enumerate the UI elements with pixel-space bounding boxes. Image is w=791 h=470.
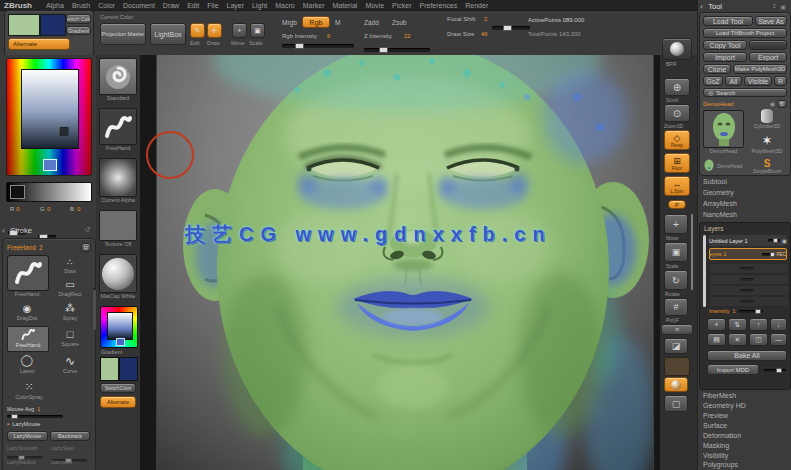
- tool-thumb-head2[interactable]: DemoHead: [703, 158, 744, 174]
- section-polygroups[interactable]: Polygroups: [703, 461, 738, 468]
- gradient-button[interactable]: Gradient: [66, 26, 91, 35]
- solo-button[interactable]: ▢: [664, 395, 688, 412]
- layer-row[interactable]: Untitled Layer 1 ◉: [709, 235, 787, 246]
- tool-thumb-polymesh[interactable]: ✶ PolyMesh3D: [747, 133, 787, 157]
- alternate-button-small[interactable]: Alternate: [100, 396, 136, 408]
- tool-config-icon[interactable]: ▣: [780, 3, 786, 10]
- draw-button[interactable]: ✛: [207, 23, 222, 38]
- pivot-button[interactable]: P: [668, 200, 686, 209]
- layer-row-empty[interactable]: [709, 296, 789, 307]
- lazymouse-section[interactable]: ▪ LazyMouse: [7, 421, 40, 427]
- section-visibility[interactable]: Visibility: [703, 452, 728, 459]
- m-toggle[interactable]: M: [335, 19, 340, 26]
- menu-draw[interactable]: Draw: [163, 2, 179, 9]
- floor-button[interactable]: ⊞ Floor: [664, 153, 690, 173]
- bpr-button[interactable]: [662, 38, 692, 60]
- load-tool-button[interactable]: Load Tool: [703, 16, 753, 26]
- clone-button[interactable]: Clone: [703, 64, 731, 74]
- menu-picker[interactable]: Picker: [392, 2, 411, 9]
- layer-split-button[interactable]: ▤: [707, 333, 726, 346]
- shelf-rotate-button[interactable]: ↻: [664, 270, 688, 290]
- persp-button[interactable]: ◇ Persp: [664, 130, 690, 150]
- scale-button[interactable]: ▣: [250, 23, 265, 38]
- current-tool-row[interactable]: DemoHead ◉ B: [703, 99, 787, 108]
- stroke-item[interactable]: ⁙ ColorSpray: [7, 379, 51, 403]
- tool-search-row[interactable]: ◎ Search: [703, 88, 787, 97]
- stroke-item[interactable]: ▭ DragRect: [50, 278, 90, 299]
- material-quick-button[interactable]: [664, 377, 688, 392]
- value-cursor[interactable]: [10, 185, 25, 199]
- menu-document[interactable]: Document: [123, 2, 155, 9]
- menu-light[interactable]: Light: [252, 2, 267, 9]
- stroke-item[interactable]: ⁂ Spray: [50, 301, 90, 323]
- xpose-button[interactable]: ≡: [661, 324, 693, 335]
- section-masking[interactable]: Masking: [703, 442, 729, 449]
- canvas-viewport[interactable]: 技艺CG www.gdnxxfb.cn: [140, 55, 660, 470]
- tool-palette-header[interactable]: ◐ Tool ≡ ▣: [700, 1, 788, 11]
- menu-alpha[interactable]: Alpha: [46, 2, 64, 9]
- current-brush-slot[interactable]: Standard: [99, 58, 137, 104]
- paste-tool-button[interactable]: [749, 40, 787, 50]
- section-deformation[interactable]: Deformation: [703, 432, 741, 439]
- menu-render[interactable]: Render: [465, 2, 488, 9]
- bake-all-button[interactable]: Bake All: [707, 350, 787, 361]
- layer-intensity-slider[interactable]: [739, 310, 763, 313]
- move-button[interactable]: +: [232, 23, 247, 38]
- layer-up-button[interactable]: ↑: [749, 318, 768, 331]
- export-button[interactable]: Export: [749, 52, 787, 62]
- layers-scrollbar[interactable]: [703, 235, 706, 307]
- layer-delete-button[interactable]: ✕: [728, 333, 747, 346]
- import-mdd-button[interactable]: Import MDD: [707, 364, 759, 375]
- zoom3d-button[interactable]: ⊙: [664, 104, 690, 122]
- z-intensity-slider[interactable]: [364, 48, 430, 52]
- menu-preferences[interactable]: Preferences: [420, 2, 458, 9]
- ghost-button[interactable]: [664, 357, 690, 376]
- load-tiltbrush-button[interactable]: Load TiltBrush Project: [703, 28, 787, 38]
- layer-merge-button[interactable]: ◫: [749, 333, 768, 346]
- rgb-intensity-slider[interactable]: [282, 44, 354, 48]
- layer-row-selected[interactable]: eyes 1 REC: [709, 248, 787, 260]
- goz-button[interactable]: GoZ: [703, 76, 723, 86]
- right-shelf-scrollbar[interactable]: [691, 214, 693, 290]
- tool-thumb-current[interactable]: DemoHead: [703, 110, 744, 156]
- rgb-toggle[interactable]: Rgb: [302, 16, 330, 28]
- value-bar[interactable]: [6, 182, 92, 202]
- menu-material[interactable]: Material: [332, 2, 357, 9]
- mdd-slider[interactable]: [764, 369, 786, 372]
- zadd-toggle[interactable]: Zadd: [364, 19, 379, 26]
- goz-visible-button[interactable]: Visible: [744, 76, 772, 86]
- save-as-button[interactable]: Save As: [755, 16, 787, 26]
- eye-icon[interactable]: ◉: [782, 237, 787, 244]
- mrgb-toggle[interactable]: Mrgb: [282, 19, 297, 26]
- stroke-item[interactable]: ◯ Lasso: [7, 353, 47, 377]
- sv-picker[interactable]: ▩: [21, 69, 79, 149]
- section-surface[interactable]: Surface: [703, 422, 727, 429]
- shelf-scale-button[interactable]: ▣: [664, 242, 688, 262]
- switch-color-button[interactable]: Switch Color: [66, 14, 91, 24]
- section-arraymesh[interactable]: ArrayMesh: [703, 200, 737, 207]
- edit-button[interactable]: ✎: [190, 23, 205, 38]
- lsym-button[interactable]: ↔ L.Sym: [664, 176, 690, 196]
- menu-macro[interactable]: Macro: [275, 2, 294, 9]
- switch-color-button-small[interactable]: SwitchColor: [100, 383, 136, 393]
- menu-file[interactable]: File: [207, 2, 218, 9]
- stroke-item[interactable]: ◉ DragDot: [7, 301, 47, 323]
- eye-icon[interactable]: ◉: [770, 100, 775, 107]
- current-material-slot[interactable]: MatCap White: [99, 254, 137, 302]
- menu-edit[interactable]: Edit: [187, 2, 199, 9]
- lightbox-button[interactable]: LightBox: [150, 23, 186, 45]
- left-shelf-scrollbar[interactable]: [93, 288, 96, 330]
- menu-layer[interactable]: Layer: [227, 2, 245, 9]
- current-stroke-slot[interactable]: FreeHand: [99, 108, 137, 154]
- section-geometry[interactable]: Geometry: [703, 189, 734, 196]
- layer-swap-button[interactable]: ⇅: [728, 318, 747, 331]
- section-preview[interactable]: Preview: [703, 412, 728, 419]
- main-color-swatch[interactable]: [8, 14, 40, 36]
- section-subtool[interactable]: Subtool: [703, 178, 727, 185]
- current-alpha-slot[interactable]: Current Alpha: [99, 158, 137, 206]
- tool-menu-icon[interactable]: ≡: [773, 3, 777, 9]
- stroke-palette-header[interactable]: ◐ Stroke ↺: [2, 224, 94, 236]
- transp-button[interactable]: ◪: [664, 338, 688, 354]
- layer-row-empty[interactable]: [709, 285, 789, 296]
- stroke-item[interactable]: □ Square: [50, 326, 90, 350]
